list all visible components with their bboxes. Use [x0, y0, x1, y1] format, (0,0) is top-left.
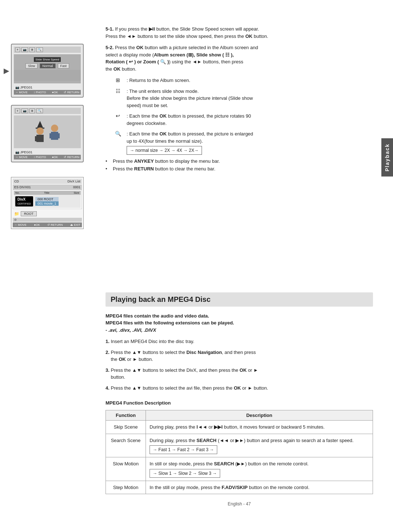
album-text: : Returns to the Album screen. — [127, 77, 373, 84]
svg-rect-9 — [56, 133, 60, 138]
bottom-bar-2: ↔ MOVE ↕ PHOTO ●OK ↺ RETURN — [14, 155, 81, 159]
speed-normal: Normal — [40, 63, 55, 68]
instructions-section: 5-1. If you press the ▶ll button, the Sl… — [106, 25, 373, 285]
bullet-return: • Press the RETURN button to clear the m… — [106, 166, 373, 172]
step-5-2: 5-2. Press the OK button with a picture … — [106, 44, 373, 72]
press-the-label: Press the — [106, 34, 126, 39]
zoom-formula: → normal size → 2X → 4X → 2X→ — [127, 146, 202, 155]
mpeg4-description: MPEG4 files contain the audio and video … — [106, 312, 373, 334]
device-screen-2: ≡ 📷 ⊞ 🔍 — [11, 105, 84, 162]
zoom-text: : Each time the OK button is pressed, th… — [127, 130, 373, 155]
mpeg4-line1: MPEG4 files contain the audio and video … — [106, 313, 209, 319]
rotation-text: : Each time the OK button is pressed, th… — [127, 113, 373, 127]
page-footer: English - 47 — [106, 501, 373, 507]
step-3: 3. Press the ▲▼ buttons to select the Di… — [106, 367, 373, 381]
desc-step-motion: In the still or play mode, press the F.A… — [146, 481, 373, 494]
divx-screen: CD DivX List ES DIVX01 0001 No. Title Si… — [11, 177, 84, 229]
symbol-slideshow: ☷ : The unit enters slide show mode. Bef… — [113, 88, 373, 109]
speed-fast: Fast — [58, 63, 70, 68]
function-table-title: MPEG4 Function Description — [106, 400, 373, 406]
step-5-1-text: If you press the ▶ll button, the Slide S… — [106, 26, 268, 39]
function-table: Function Description Skip Scene During p… — [106, 410, 373, 494]
step-5-2-label: 5-2. — [106, 45, 114, 50]
table-row: Skip Scene During play, press the I◄◄ or… — [106, 421, 373, 434]
symbol-rotation: ↩ : Each time the OK button is pressed, … — [113, 113, 373, 127]
screen-chars — [14, 115, 81, 148]
arrow-left-1: ▶ — [4, 66, 9, 75]
rotation-label: Rotation — [106, 59, 125, 64]
table-row: Slow Motion In still or step mode, press… — [106, 457, 373, 481]
func-search-scene: Search Scene — [106, 434, 146, 457]
col-function: Function — [106, 410, 146, 421]
step-5-1: 5-1. If you press the ▶ll button, the Sl… — [106, 25, 373, 40]
section-header: Playing back an MPEG4 Disc — [106, 292, 373, 307]
device-screen-1: ≡ 📷 ⊞ 🔍 Slide Show Speed Slow Normal Fas… — [11, 44, 84, 98]
table-row: Step Motion In the still or play mode, p… — [106, 481, 373, 494]
function-table-section: MPEG4 Function Description Function Desc… — [106, 400, 373, 494]
search-formula: → Fast 1 → Fast 2 → Fast 3 → — [150, 445, 217, 454]
bullet-anykey: • Press the ANYKEY button to display the… — [106, 158, 373, 164]
speed-slow: Slow — [25, 63, 38, 68]
desc-skip-scene: During play, press the I◄◄ or ▶▶I button… — [146, 421, 373, 434]
step-1: 1. Insert an MPEG4 Disc into the disc tr… — [106, 338, 373, 345]
func-slow-motion: Slow Motion — [106, 457, 146, 481]
playback-tab: Playback — [381, 138, 393, 177]
svg-rect-8 — [49, 133, 53, 138]
slideshow-icon: ☷ — [113, 88, 123, 94]
step-5-1-label: 5-1. — [106, 26, 114, 32]
mpeg4-extensions: - .avi, .divx, .AVI, .DIVX — [106, 327, 373, 334]
slide-show-label: Slide show — [196, 52, 221, 58]
svg-point-2 — [36, 127, 44, 135]
slideshow-text: : The unit enters slide show mode. Befor… — [127, 88, 373, 109]
rotation-icon: ↩ — [113, 113, 123, 119]
slow-formula: → Slow 1 → Slow 2 → Slow 3 → — [150, 469, 220, 478]
mpeg4-line2: MPEG4 files with the following extension… — [106, 320, 234, 326]
svg-rect-5 — [38, 136, 41, 141]
desc-search-scene: During play, press the SEARCH (◄◄ or ▶►)… — [146, 434, 373, 457]
table-row: Search Scene During play, press the SEAR… — [106, 434, 373, 457]
step-4: 4. Press the ▲▼ buttons to select the av… — [106, 385, 373, 392]
col-description: Description — [146, 410, 373, 421]
left-column: ▶ ≡ 📷 ⊞ 🔍 Slide Show Speed Slow Normal — [0, 15, 95, 517]
svg-marker-0 — [37, 121, 43, 127]
func-skip-scene: Skip Scene — [106, 421, 146, 434]
step-2: 2. Press the ▲▼ buttons to select the Di… — [106, 349, 373, 363]
playback-steps: 1. Insert an MPEG4 Disc into the disc tr… — [106, 338, 373, 395]
main-content: 5-1. If you press the ▶ll button, the Sl… — [95, 15, 393, 517]
func-step-motion: Step Motion — [106, 481, 146, 494]
symbol-list: ⊞ : Returns to the Album screen. ☷ : The… — [113, 77, 373, 155]
svg-point-6 — [51, 125, 58, 132]
bottom-bar-1: ↔ MOVE ↕ PHOTO ●OK ↺ RETURN — [14, 90, 81, 95]
file-info-2: 📷 JPEG01 — [14, 150, 81, 155]
symbol-zoom: 🔍 : Each time the OK button is pressed, … — [113, 130, 373, 155]
album-icon: ⊞ — [113, 77, 123, 83]
desc-slow-motion: In still or step mode, press the SEARCH … — [146, 457, 373, 481]
symbol-album: ⊞ : Returns to the Album screen. — [113, 77, 373, 84]
file-info-1: 📷 JPEG01 — [14, 85, 81, 90]
zoom-icon: 🔍 — [113, 131, 123, 137]
